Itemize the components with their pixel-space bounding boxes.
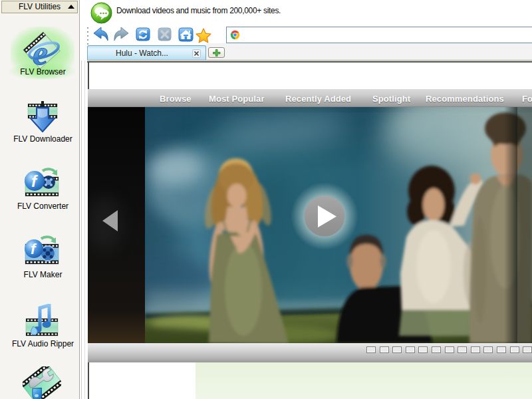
- svg-text:e: e: [33, 34, 48, 70]
